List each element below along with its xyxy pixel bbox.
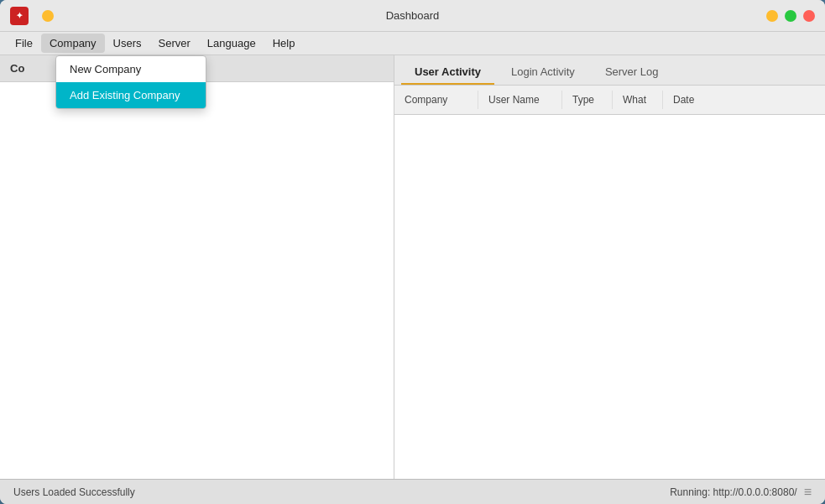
- menu-users[interactable]: Users: [105, 34, 150, 53]
- col-username: User Name: [478, 91, 562, 109]
- minimize-button[interactable]: [42, 10, 54, 22]
- status-lines-icon: ≡: [804, 485, 812, 500]
- tabs-bar: User Activity Login Activity Server Log: [394, 55, 825, 86]
- close-button[interactable]: [803, 10, 815, 22]
- left-panel: Co: [0, 55, 394, 479]
- add-existing-company-item[interactable]: Add Existing Company: [56, 82, 206, 108]
- main-content: Co User Activity Login Activity Server L…: [0, 55, 825, 479]
- table-area: Company User Name Type What Date: [394, 86, 825, 479]
- window-title: Dashboard: [386, 9, 440, 22]
- tab-server-log[interactable]: Server Log: [592, 60, 672, 85]
- menu-company[interactable]: Company: [41, 34, 105, 53]
- menu-server[interactable]: Server: [150, 34, 199, 53]
- col-date: Date: [663, 91, 747, 109]
- table-header: Company User Name Type What Date: [394, 86, 825, 115]
- col-type: Type: [562, 91, 613, 109]
- tab-login-activity[interactable]: Login Activity: [498, 60, 588, 85]
- menu-help[interactable]: Help: [264, 34, 304, 53]
- left-panel-content: [0, 82, 394, 479]
- tab-user-activity[interactable]: User Activity: [401, 60, 494, 85]
- maximize-button[interactable]: [785, 10, 796, 22]
- col-what: What: [613, 91, 663, 109]
- company-dropdown: New Company Add Existing Company: [55, 55, 206, 109]
- app-window: ✦ Dashboard File Company Users Server La…: [0, 0, 825, 504]
- status-bar: Users Loaded Successfully Running: http:…: [0, 479, 825, 504]
- menu-file[interactable]: File: [7, 34, 41, 53]
- menu-bar: File Company Users Server Language Help …: [0, 32, 825, 55]
- status-running: Running: http://0.0.0.0:8080/: [670, 486, 796, 498]
- col-company: Company: [394, 91, 478, 109]
- new-company-item[interactable]: New Company: [56, 56, 206, 82]
- app-icon: ✦: [10, 7, 29, 25]
- minimize-button-2[interactable]: [766, 10, 778, 22]
- title-bar: ✦ Dashboard: [0, 0, 825, 32]
- menu-language[interactable]: Language: [199, 34, 264, 53]
- window-controls: ✦: [10, 7, 54, 25]
- status-left: Users Loaded Successfully: [13, 486, 135, 498]
- right-panel: User Activity Login Activity Server Log …: [394, 55, 825, 479]
- status-right: Running: http://0.0.0.0:8080/ ≡: [670, 485, 812, 500]
